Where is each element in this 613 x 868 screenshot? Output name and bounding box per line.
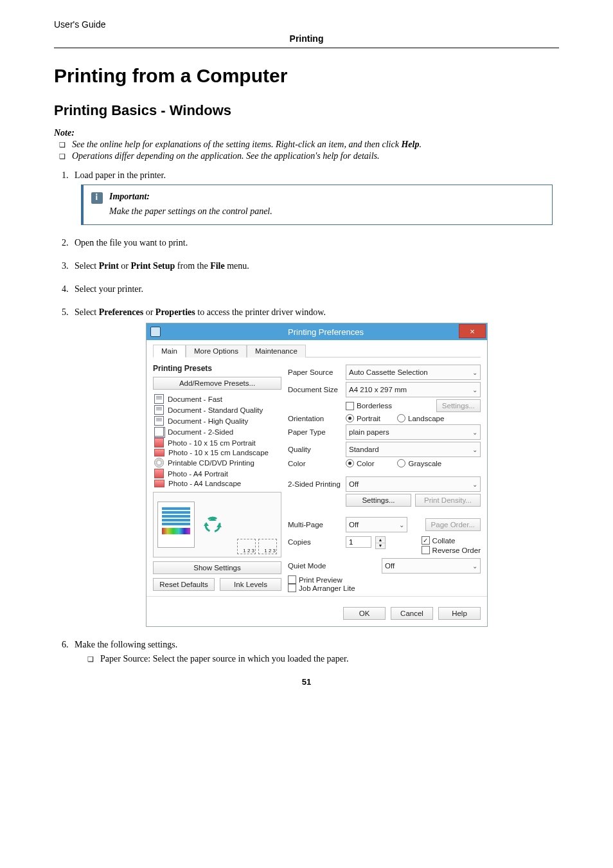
note-item: Operations differ depending on the appli… [66,151,559,161]
step-1: Load paper in the printer. Important: Ma… [71,170,559,225]
preset-item[interactable]: Document - Fast [153,393,281,404]
document-icon [154,416,164,426]
help-button[interactable]: Help [438,607,481,620]
step-text: Make the following settings. [75,640,177,649]
copies-label: Copies [288,536,342,546]
ink-levels-button[interactable]: Ink Levels [220,578,281,591]
page-title: Printing from a Computer [54,65,559,87]
important-text: Make the paper settings on the control p… [109,206,544,217]
preset-label: Photo - 10 x 15 cm Landscape [168,449,269,457]
step-bold: Print Setup [131,261,175,271]
grayscale-radio[interactable]: Grayscale [397,459,441,467]
two-sided-icon [154,427,164,437]
copies-spinner[interactable]: ▲▼ [375,536,386,549]
close-button[interactable]: × [459,324,486,338]
preset-label: Document - High Quality [168,417,248,425]
step-5: Select Preferences or Properties to acce… [71,307,559,627]
separator [147,596,487,597]
step-text: menu. [225,261,249,271]
preview-box: 1 2 3 1 2 3 [153,492,281,557]
preset-label: Document - Standard Quality [168,406,263,414]
print-preview-checkbox[interactable]: Print Preview [288,575,342,584]
page-order-button[interactable]: Page Order... [425,518,481,531]
cancel-button[interactable]: Cancel [391,607,433,620]
landscape-radio[interactable]: Landscape [397,414,444,422]
preset-item[interactable]: Photo - 10 x 15 cm Portrait [153,437,281,448]
add-remove-presets-button[interactable]: Add/Remove Presets... [153,377,281,390]
preset-item[interactable]: Document - 2-Sided [153,426,281,437]
reverse-order-checkbox[interactable]: Reverse Order [422,546,481,554]
photo-icon [154,449,164,457]
tab-maintenance[interactable]: Maintenance [247,345,306,357]
chevron-down-icon: ⌄ [472,446,477,453]
printing-presets-title: Printing Presets [153,364,281,373]
dialog-title: Printing Preferences [164,327,487,337]
important-icon [91,192,103,204]
paper-type-dropdown[interactable]: plain papers⌄ [346,424,481,440]
color-radio[interactable]: Color [346,459,374,467]
photo-icon [154,480,164,487]
radio-label: Grayscale [408,460,441,467]
note-list: See the online help for explanations of … [54,140,559,161]
checkbox-label: Borderless [357,402,392,410]
preset-item[interactable]: Photo - 10 x 15 cm Landscape [153,448,281,457]
quality-dropdown[interactable]: Standard⌄ [346,442,481,457]
two-sided-settings-button[interactable]: Settings... [346,494,411,507]
preset-label: Document - 2-Sided [168,428,233,436]
note-text: Operations differ depending on the appli… [72,151,380,161]
multi-page-label: Multi-Page [288,521,342,529]
preset-label: Printable CD/DVD Printing [168,459,254,467]
spin-up-icon: ▲ [376,537,385,543]
step-4: Select your printer. [71,284,559,294]
show-settings-button[interactable]: Show Settings [153,561,281,574]
print-density-button[interactable]: Print Density... [415,494,481,507]
ok-button[interactable]: OK [343,607,386,620]
reset-defaults-button[interactable]: Reset Defaults [153,578,215,591]
dropdown-value: Off [385,562,395,570]
chevron-down-icon: ⌄ [399,521,404,529]
header-rule [54,48,559,48]
preset-item[interactable]: Document - Standard Quality [153,404,281,415]
quiet-mode-label: Quiet Mode [288,562,342,570]
chevron-down-icon: ⌄ [472,369,477,376]
dropdown-value: Standard [349,446,379,453]
header-section: Printing [54,33,559,44]
borderless-checkbox[interactable]: Borderless [346,402,392,410]
preset-label: Photo - A4 Portrait [168,470,228,478]
dialog-footer: OK Cancel Help [147,602,487,626]
two-sided-dropdown[interactable]: Off⌄ [346,476,481,492]
collate-checkbox[interactable]: Collate [422,536,481,545]
preview-page-icon [157,502,195,548]
preset-item[interactable]: Document - High Quality [153,415,281,426]
multi-page-dropdown[interactable]: Off⌄ [346,517,407,532]
preset-label: Photo - 10 x 15 cm Portrait [168,439,256,447]
note-item: See the online help for explanations of … [66,140,559,150]
quiet-mode-dropdown[interactable]: Off⌄ [382,558,481,574]
job-arranger-checkbox[interactable]: Job Arranger Lite [288,584,355,592]
photo-icon [154,469,164,478]
photo-icon [154,438,164,448]
borderless-settings-button[interactable]: Settings... [436,399,481,412]
document-size-label: Document Size [288,386,342,393]
document-size-dropdown[interactable]: A4 210 x 297 mm⌄ [346,382,481,397]
step-6: Make the following settings. Paper Sourc… [71,640,559,664]
orientation-label: Orientation [288,415,342,422]
checkbox-label: Collate [432,537,456,545]
printing-preferences-dialog: Printing Preferences × Main More Options… [146,323,488,627]
step-text: to access the printer driver window. [195,307,326,317]
step-text: Load paper in the printer. [75,170,166,180]
steps-list: Load paper in the printer. Important: Ma… [54,170,559,664]
preset-item[interactable]: Printable CD/DVD Printing [153,457,281,468]
tab-main[interactable]: Main [153,345,186,357]
paper-source-dropdown[interactable]: Auto Cassette Selection⌄ [346,365,481,380]
preset-item[interactable]: Photo - A4 Portrait [153,468,281,479]
portrait-radio[interactable]: Portrait [346,414,380,422]
document-icon [154,394,164,404]
tab-more-options[interactable]: More Options [186,345,247,357]
important-title: Important: [109,192,150,202]
copies-input[interactable] [346,536,371,548]
preset-item[interactable]: Photo - A4 Landscape [153,479,281,488]
step-text: or [143,307,155,317]
page-number: 51 [54,677,559,687]
color-label: Color [288,460,342,467]
